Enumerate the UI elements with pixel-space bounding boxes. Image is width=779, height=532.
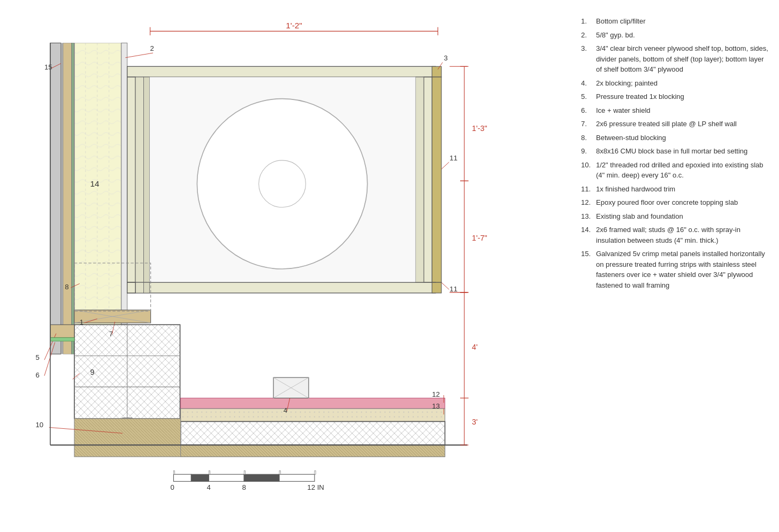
svg-rect-16 [61,43,63,354]
svg-text:10: 10 [35,421,43,429]
svg-rect-122 [244,474,279,481]
svg-text:5: 5 [35,353,39,361]
svg-text:11: 11 [449,154,457,162]
svg-text:8: 8 [65,283,68,291]
legend-item: 7.2x6 pressure treated sill plate @ LP s… [581,119,768,129]
legend-text: Ice + water shield [596,105,651,116]
svg-rect-88 [50,337,74,341]
legend-text: 1/2" threaded rod drilled and epoxied in… [596,160,768,181]
svg-text:14: 14 [90,179,100,188]
legend-item: 10.1/2" threaded rod drilled and epoxied… [581,160,768,181]
legend-number: 7. [581,119,596,129]
svg-rect-49 [432,282,441,293]
legend-text: 8x8x16 CMU block base in full mortar bed… [596,146,747,157]
svg-rect-128 [315,471,316,475]
svg-rect-120 [191,474,209,481]
svg-rect-43 [135,77,143,282]
svg-rect-51 [135,282,143,293]
svg-text:11: 11 [449,285,457,293]
svg-rect-126 [244,471,245,475]
svg-text:12 IN: 12 IN [307,483,324,491]
legend-text: Epoxy poured floor over concrete topping… [596,197,738,208]
legend-text: Pressure treated 1x blocking [596,91,684,102]
svg-rect-75 [181,421,445,445]
legend-number: 12. [581,197,596,208]
svg-rect-44 [143,77,149,282]
legend-item: 13.Existing slab and foundation [581,211,768,222]
svg-rect-50 [143,282,149,293]
svg-text:4: 4 [284,406,287,414]
main-container: 1'-2" 15 2 [0,0,779,532]
legend-text: 3/4" clear birch veneer plywood shelf to… [596,43,768,75]
legend-area: 1.Bottom clip/filter2.5/8" gyp. bd.3.3/4… [570,0,779,532]
legend-text: 2x6 framed wall; studs @ 16" o.c. with s… [596,225,768,245]
svg-rect-121 [209,474,244,481]
legend-text: 5/8" gyp. bd. [596,30,635,41]
legend-list: 1.Bottom clip/filter2.5/8" gyp. bd.3.3/4… [581,16,768,290]
svg-rect-124 [173,471,174,475]
svg-text:6: 6 [35,371,39,379]
svg-rect-15 [50,43,61,354]
legend-number: 3. [581,43,596,75]
legend-number: 1. [581,16,596,27]
legend-item: 5.Pressure treated 1x blocking [581,91,768,102]
svg-rect-42 [127,77,135,282]
legend-item: 9.8x8x16 CMU block base in full mortar b… [581,146,768,157]
svg-text:12: 12 [432,390,440,398]
architectural-drawing: 1'-2" 15 2 [11,11,560,521]
legend-number: 14. [581,225,596,245]
legend-number: 11. [581,184,596,195]
svg-rect-73 [181,398,445,408]
svg-text:1'-2": 1'-2" [286,21,302,30]
legend-text: 2x blocking; painted [596,78,658,89]
svg-point-46 [197,99,367,269]
legend-item: 14.2x6 framed wall; studs @ 16" o.c. wit… [581,225,768,245]
legend-number: 5. [581,91,596,102]
legend-text: Between-stud blocking [596,133,666,143]
svg-rect-39 [424,77,432,282]
legend-text: 2x6 pressure treated sill plate @ LP she… [596,119,737,129]
svg-text:0: 0 [171,483,174,491]
legend-item: 1.Bottom clip/filter [581,16,768,27]
svg-rect-127 [279,471,280,475]
svg-text:4': 4' [472,343,478,351]
legend-item: 15.Galvanized 5v crimp metal panels inst… [581,249,768,290]
legend-number: 15. [581,249,596,290]
svg-rect-40 [416,77,424,282]
legend-item: 11.1x finished hardwood trim [581,184,768,195]
svg-text:2: 2 [150,44,154,52]
svg-text:1'-7": 1'-7" [472,234,487,242]
svg-text:1'-3": 1'-3" [472,124,487,133]
svg-text:9: 9 [90,368,95,376]
legend-item: 12.Epoxy poured floor over concrete topp… [581,197,768,208]
svg-rect-78 [181,445,445,457]
svg-text:15: 15 [44,63,52,71]
svg-rect-74 [181,408,445,421]
svg-text:3: 3 [444,54,447,62]
svg-rect-25 [121,43,127,325]
legend-number: 10. [581,160,596,181]
svg-rect-125 [209,471,210,475]
legend-text: Galvanized 5v crimp metal panels install… [596,249,768,290]
legend-item: 8.Between-stud blocking [581,133,768,143]
legend-number: 6. [581,105,596,116]
svg-text:8: 8 [242,483,246,491]
legend-number: 8. [581,133,596,143]
svg-text:1: 1 [80,318,83,326]
legend-number: 13. [581,211,596,222]
svg-rect-85 [50,325,74,337]
legend-item: 3.3/4" clear birch veneer plywood shelf … [581,43,768,75]
legend-text: Bottom clip/filter [596,16,645,27]
svg-rect-119 [173,474,191,481]
legend-item: 2.5/8" gyp. bd. [581,30,768,41]
legend-text: Existing slab and foundation [596,211,683,222]
svg-rect-48 [127,282,436,293]
svg-rect-123 [279,474,315,481]
svg-rect-34 [432,77,441,282]
legend-number: 4. [581,78,596,89]
legend-item: 6.Ice + water shield [581,105,768,116]
drawing-area: 1'-2" 15 2 [0,0,570,532]
svg-text:4: 4 [207,483,211,491]
legend-number: 2. [581,30,596,41]
svg-rect-30 [127,66,436,77]
